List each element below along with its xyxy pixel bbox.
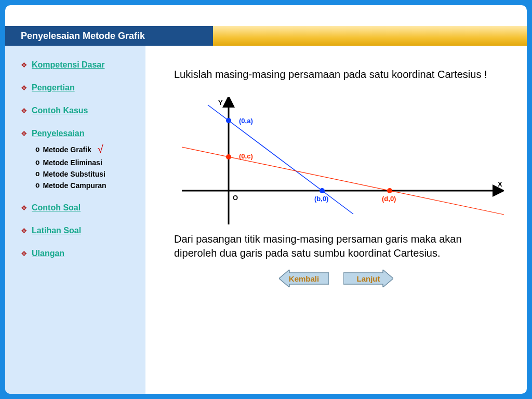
sidebar-item-penyelesaian[interactable]: ❖ Penyelesaian o Metode Grafik √ o Metod… [21,129,136,190]
sidebar-item-label: Contoh Soal [32,203,81,212]
body-text: Dari pasangan titik masing-masing persam… [174,232,506,260]
check-icon: √ [98,143,103,155]
point-label-0a: (0,a) [239,117,253,125]
sidebar-item-latihan-soal[interactable]: ❖ Latihan Soal [21,226,136,235]
x-axis-label: X [498,180,502,188]
sidebar-item-label: Latihan Soal [32,226,81,235]
svg-point-4 [226,118,231,123]
sidebar-subitem-metode-campuran[interactable]: o Metode Campuran [35,181,136,190]
svg-point-7 [387,188,392,193]
back-button[interactable]: Kembali [279,270,329,287]
main-content: Lukislah masing-masing persamaan pada sa… [161,57,511,383]
sidebar-item-pengertian[interactable]: ❖ Pengertian [21,83,136,92]
origin-label: O [233,194,238,202]
next-button[interactable]: Lanjut [343,270,393,287]
sidebar-item-label: Ulangan [32,249,64,258]
point-label-d0: (d,0) [382,195,396,203]
sidebar-subitem-label: Metode Eliminasi [43,158,102,167]
sidebar-item-ulangan[interactable]: ❖ Ulangan [21,249,136,258]
next-button-label: Lanjut [357,274,380,283]
sidebar-subitem-metode-grafik[interactable]: o Metode Grafik √ [35,143,136,155]
nav-buttons: Kembali Lanjut [161,270,511,287]
bullet-icon: o [35,145,39,154]
sidebar-item-label: Kompetensi Dasar [32,60,105,70]
bullet-icon: o [35,170,39,178]
y-axis-label: Y [218,99,223,107]
diamond-icon: ❖ [21,107,28,114]
gold-band [187,26,527,46]
sidebar-subitem-label: Metode Campuran [43,181,106,190]
diamond-icon: ❖ [21,204,28,211]
diamond-icon: ❖ [21,250,28,257]
point-label-0c: (0,c) [239,152,253,160]
diamond-icon: ❖ [21,84,28,91]
sidebar-item-contoh-soal[interactable]: ❖ Contoh Soal [21,203,136,212]
cartesian-graph: Y X O (0,a) (0,c) (b,0) (d,0) [182,97,504,227]
diamond-icon: ❖ [21,61,28,69]
back-button-label: Kembali [289,274,319,283]
diamond-icon: ❖ [21,130,28,137]
bullet-icon: o [35,158,39,167]
sidebar-item-contoh-kasus[interactable]: ❖ Contoh Kasus [21,106,136,115]
svg-point-6 [226,154,231,159]
sidebar-subitem-label: Metode Substitusi [43,170,105,178]
page-title: Penyelesaian Metode Grafik [21,31,145,42]
point-label-b0: (b,0) [314,195,328,203]
sidebar-subitem-metode-substitusi[interactable]: o Metode Substitusi [35,170,136,178]
sidebar-item-label: Pengertian [32,83,75,92]
sidebar-item-label: Penyelesaian [32,129,84,138]
lead-text: Lukislah masing-masing persamaan pada sa… [174,68,506,82]
svg-point-5 [320,188,325,193]
page-title-bar: Penyelesaian Metode Grafik [5,26,213,46]
sidebar: ❖ Kompetensi Dasar ❖ Pengertian ❖ Contoh… [5,46,145,394]
sidebar-item-label: Contoh Kasus [32,106,88,115]
sidebar-subitem-metode-eliminasi[interactable]: o Metode Eliminasi [35,158,136,167]
sidebar-item-kompetensi-dasar[interactable]: ❖ Kompetensi Dasar [21,60,136,70]
diamond-icon: ❖ [21,227,28,234]
sidebar-subitem-label: Metode Grafik [43,145,91,154]
bullet-icon: o [35,181,39,190]
